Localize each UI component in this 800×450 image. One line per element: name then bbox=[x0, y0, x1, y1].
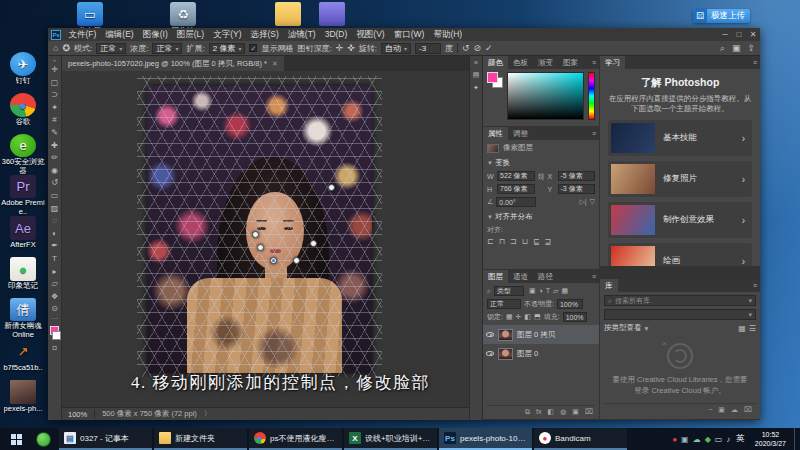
status-arrow-icon[interactable]: 〉 bbox=[204, 409, 212, 419]
taskbar-app-button[interactable]: ● ps不使用液化瘦脸... bbox=[249, 428, 342, 450]
flip-vertical-icon[interactable]: ▽ bbox=[590, 198, 595, 206]
layers-action-icon[interactable]: ⌧ bbox=[585, 408, 593, 416]
opacity-field[interactable]: 100% bbox=[557, 299, 583, 309]
commit-warp-icon[interactable]: ✓ bbox=[485, 43, 493, 53]
layer-row[interactable]: 图层 0 拷贝 bbox=[483, 325, 599, 344]
tab-close-icon[interactable]: ✕ bbox=[272, 60, 278, 68]
tool-button[interactable]: ⊃ bbox=[48, 89, 61, 102]
menu-item[interactable]: 文件(F) bbox=[64, 29, 101, 41]
filter-icon[interactable]: ▣ bbox=[529, 287, 536, 295]
taskbar-app-button[interactable]: 新建文件夹 bbox=[154, 428, 247, 450]
panel-menu-icon[interactable]: ≡ bbox=[592, 56, 599, 69]
menu-item[interactable]: 选择(S) bbox=[246, 29, 283, 41]
desktop-icon[interactable]: e 360安全浏览器 bbox=[1, 134, 45, 175]
tab-color[interactable]: 颜色 bbox=[483, 56, 508, 69]
rotation-field[interactable]: 0.00° bbox=[496, 197, 536, 207]
foreground-color-swatch[interactable] bbox=[487, 72, 498, 83]
layers-action-icon[interactable]: ◍ bbox=[560, 408, 566, 416]
reset-pins-icon[interactable]: ↺ bbox=[462, 43, 470, 53]
tab-layers[interactable]: 图层 bbox=[483, 270, 508, 283]
tab-paths[interactable]: 路径 bbox=[533, 270, 558, 283]
panel-menu-icon[interactable]: ≡ bbox=[753, 56, 760, 69]
rotate-select[interactable]: 自动 ▾ bbox=[381, 43, 411, 54]
menu-item[interactable]: 帮助(H) bbox=[429, 29, 467, 41]
learn-card[interactable]: 基本技能 › bbox=[608, 120, 752, 156]
workspace-icon[interactable]: ▣ bbox=[732, 43, 741, 54]
document-tab[interactable]: pexels-photo-1057020.jpeg @ 100% (图层 0 拷… bbox=[62, 56, 284, 71]
library-select[interactable]: ▾ bbox=[604, 309, 756, 320]
tab-gradients[interactable]: 渐变 bbox=[533, 56, 558, 69]
tool-button[interactable]: ▨ bbox=[48, 203, 61, 216]
history-panel-icon[interactable]: ▤ bbox=[473, 71, 480, 79]
taskbar-app-button[interactable]: Ps pexels-photo-105... bbox=[439, 428, 532, 450]
share-icon[interactable]: ⇪ bbox=[747, 43, 755, 54]
list-view-icon[interactable]: ☰ bbox=[749, 324, 756, 333]
more-tools-icon[interactable]: ⋯ bbox=[51, 316, 58, 324]
blend-mode-select[interactable]: 正常 bbox=[487, 299, 521, 309]
libraries-action-icon[interactable]: ⌧ bbox=[744, 406, 752, 414]
desktop-icon[interactable]: ● 印象笔记 bbox=[1, 257, 45, 298]
tray-icon[interactable]: ▣ bbox=[681, 435, 689, 444]
menu-item[interactable]: 图像(I) bbox=[138, 29, 172, 41]
panel-menu-icon[interactable]: ≡ bbox=[592, 270, 599, 283]
lock-icon[interactable]: ▦ bbox=[506, 313, 513, 321]
learn-card[interactable]: 制作创意效果 › bbox=[608, 202, 752, 238]
background-color-swatch[interactable] bbox=[52, 331, 61, 340]
tab-adjustments[interactable]: 调整 bbox=[508, 127, 533, 140]
taskbar-app-button[interactable]: X 设线+职业培训+第... bbox=[344, 428, 437, 450]
lock-icon[interactable]: ✛ bbox=[516, 313, 522, 321]
desktop-icon[interactable]: 倩 新倩女幽魂 Online bbox=[1, 298, 45, 339]
show-desktop-button[interactable] bbox=[794, 428, 798, 450]
warp-pin[interactable] bbox=[293, 257, 300, 264]
view-by-type-label[interactable]: 按类型查看 bbox=[604, 323, 642, 333]
pin-backward-icon[interactable]: ✜ bbox=[347, 43, 355, 53]
align-section-header[interactable]: ▼ 对齐并分布 bbox=[487, 212, 595, 222]
taskbar-assistant-icon[interactable] bbox=[36, 432, 51, 447]
info-panel-icon[interactable]: ✦ bbox=[473, 84, 479, 92]
fill-field[interactable]: 100% bbox=[563, 312, 587, 322]
desktop-icon[interactable]: Pr Adobe Premie.. bbox=[1, 175, 45, 216]
rotate-angle-input[interactable]: -3 bbox=[415, 43, 441, 54]
align-button[interactable]: ⊑ bbox=[533, 237, 540, 246]
y-field[interactable]: -3 像素 bbox=[558, 184, 596, 194]
libraries-action-icon[interactable]: ▣ bbox=[718, 406, 725, 414]
tray-icon[interactable]: ☁ bbox=[693, 435, 701, 444]
visibility-eye-icon[interactable] bbox=[486, 332, 494, 337]
warp-pin[interactable] bbox=[257, 244, 264, 251]
expand-panels-icon[interactable]: « bbox=[474, 59, 478, 66]
menu-item[interactable]: 窗口(W) bbox=[389, 29, 429, 41]
tool-button[interactable]: ▸ bbox=[48, 266, 61, 279]
home-icon[interactable]: ⌂ bbox=[53, 43, 58, 53]
filter-icon[interactable]: T bbox=[546, 287, 550, 295]
transform-section-header[interactable]: ▼ 变换 bbox=[487, 158, 595, 168]
menu-item[interactable]: 图层(L) bbox=[172, 29, 208, 41]
tool-button[interactable]: ❖ bbox=[48, 291, 61, 304]
align-button[interactable]: ⊔ bbox=[522, 237, 528, 246]
hue-slider[interactable] bbox=[588, 72, 595, 120]
filter-icon[interactable]: ◑ bbox=[539, 287, 543, 295]
menu-item[interactable]: 编辑(E) bbox=[101, 29, 138, 41]
warp-pin[interactable] bbox=[328, 184, 335, 191]
menu-item[interactable]: 文字(Y) bbox=[209, 29, 246, 41]
search-icon[interactable]: ⌕ bbox=[720, 43, 725, 54]
cancel-warp-icon[interactable]: ⊘ bbox=[474, 43, 482, 53]
tray-icon[interactable]: ● bbox=[672, 435, 677, 444]
tool-button[interactable]: ⊙ bbox=[48, 303, 61, 316]
toolbox-collapse-icon[interactable]: » bbox=[53, 57, 56, 64]
tool-button[interactable]: ▱ bbox=[48, 278, 61, 291]
tray-icon[interactable]: ◆ bbox=[705, 435, 711, 444]
expansion-select[interactable]: 2 像素 ▾ bbox=[209, 43, 246, 54]
warp-pin[interactable] bbox=[310, 240, 317, 247]
tool-button[interactable]: T bbox=[48, 253, 61, 266]
panel-menu-icon[interactable]: ≡ bbox=[592, 127, 599, 140]
tray-icon[interactable]: ▭ bbox=[715, 435, 723, 444]
tool-button[interactable]: ◐ bbox=[48, 228, 61, 241]
tool-button[interactable]: ✦ bbox=[48, 102, 61, 115]
filter-icon[interactable]: ▱ bbox=[553, 287, 558, 295]
libraries-action-icon[interactable]: − bbox=[708, 406, 712, 414]
tab-swatches[interactable]: 色板 bbox=[508, 56, 533, 69]
warp-pin[interactable] bbox=[252, 231, 259, 238]
align-button[interactable]: ⊒ bbox=[545, 237, 552, 246]
learn-card[interactable]: 修复照片 › bbox=[608, 161, 752, 197]
width-field[interactable]: 522 像素 bbox=[497, 171, 535, 181]
